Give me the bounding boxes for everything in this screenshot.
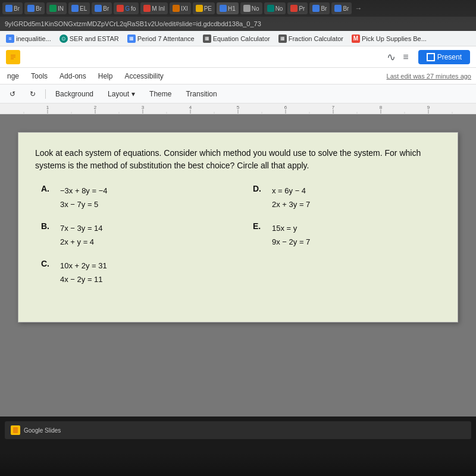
menu-addons[interactable]: Add-ons	[57, 70, 89, 82]
eq-c-line2: 4x − 2y = 11	[60, 273, 107, 286]
browser-window: Br Br IN EL Br G fo M Inl IXl	[0, 0, 476, 476]
tab-in[interactable]: IN	[46, 2, 67, 14]
bookmarks-bar: ≡ inequalitie... ⊙ SER and ESTAR ▦ Perio…	[0, 31, 476, 46]
eq-b-line1: 7x − 3y = 14	[60, 221, 103, 235]
svg-text:4: 4	[189, 105, 192, 110]
theme-button[interactable]: Theme	[145, 88, 176, 100]
tab-br-5[interactable]: Br	[331, 2, 352, 14]
slide-canvas-area: Look at each system of equations. Consid…	[0, 114, 476, 476]
browser-tabs-bar: Br Br IN EL Br G fo M Inl IXl	[0, 0, 476, 17]
slides-toolbar: ↺ ↻ Background Layout ▾ Theme Transition	[0, 84, 476, 104]
eq-b-label: B.	[41, 221, 53, 249]
url-text: 9yIGRDd5m1KinSONGxtzmMDZpVCrL2qRaSB1v2Uo…	[5, 20, 261, 27]
theme-label: Theme	[149, 90, 171, 98]
taskbar-slides-icon	[11, 425, 20, 435]
url-bar[interactable]: 9yIGRDd5m1KinSONGxtzmMDZpVCrL2qRaSB1v2Uo…	[0, 17, 476, 31]
bookmark-fraction-calc[interactable]: ▦ Background Fraction Calculator	[276, 33, 346, 44]
tab-br-1[interactable]: Br	[2, 2, 23, 14]
slide-question-text: Look at each system of equations. Consid…	[35, 147, 441, 172]
taskbar-text: Google Slides	[24, 427, 61, 434]
eq-a-line2: 3x − 7y = 5	[60, 198, 108, 211]
tab-ixl[interactable]: IXl	[170, 2, 191, 14]
eq-c-label: C.	[41, 259, 53, 287]
present-label: Present	[437, 53, 462, 61]
svg-text:5: 5	[237, 105, 240, 110]
bookmark-label: inequalitie...	[16, 35, 51, 42]
slides-app-icon	[6, 50, 20, 64]
bookmark-pickup-icon: M	[352, 35, 360, 43]
svg-text:9: 9	[427, 105, 430, 110]
bookmark-eq-label: Equation Calculator	[213, 35, 270, 42]
tab-google[interactable]: G fo	[114, 2, 139, 14]
equation-e: E. 15x = y 9x − 2y = 7	[253, 221, 441, 249]
bookmark-ser-icon: ⊙	[60, 35, 68, 43]
undo-button[interactable]: ↺	[5, 88, 20, 100]
eq-d-system: x = 6y − 4 2x + 3y = 7	[272, 184, 310, 212]
svg-rect-3	[11, 58, 14, 60]
menu-help[interactable]: Help	[96, 70, 115, 82]
bookmark-inequalities[interactable]: ≡ inequalitie...	[4, 33, 54, 44]
eq-b-line2: 2x + y = 4	[60, 235, 103, 249]
desktop-taskbar: Google Slides	[0, 416, 476, 476]
svg-rect-2	[11, 57, 15, 58]
transition-label: Transition	[186, 90, 217, 98]
equation-c: C. 10x + 2y = 31 4x − 2y = 11	[41, 259, 229, 287]
bookmark-ser-label: SER and ESTAR	[70, 35, 119, 42]
svg-text:2: 2	[94, 105, 97, 110]
bookmark-frac-icon: ▦	[278, 35, 287, 43]
tab-no-2[interactable]: No	[264, 2, 286, 14]
grid-icon[interactable]: ≡	[403, 52, 408, 62]
svg-rect-1	[11, 55, 15, 56]
eq-e-line1: 15x = y	[272, 221, 310, 235]
tab-pr[interactable]: Pr	[287, 2, 308, 14]
bookmark-equation-calc[interactable]: ▦ Equation Calculator	[201, 33, 273, 44]
transition-button[interactable]: Transition	[181, 88, 221, 100]
equation-b: B. 7x − 3y = 14 2x + y = 4	[41, 221, 229, 249]
menu-nge[interactable]: nge	[5, 70, 21, 82]
bookmark-period7[interactable]: ▦ Period 7 Attentance	[125, 33, 197, 44]
eq-d-line2: 2x + 3y = 7	[272, 198, 310, 211]
bookmark-period7-label: Period 7 Attentance	[137, 35, 195, 42]
undo-icon: ↺	[10, 90, 15, 98]
svg-text:1: 1	[46, 105, 49, 110]
eq-e-label: E.	[253, 221, 265, 249]
tab-gmail[interactable]: M Inl	[140, 2, 168, 14]
eq-e-line2: 9x − 2y = 7	[272, 235, 310, 249]
tab-br-3[interactable]: Br	[92, 2, 112, 14]
slide-content[interactable]: Look at each system of equations. Consid…	[18, 132, 458, 322]
layout-label: Layout	[108, 90, 129, 98]
bookmark-frac-text: Fraction Calculator	[289, 35, 343, 42]
bookmark-ser-estar[interactable]: ⊙ SER and ESTAR	[57, 33, 121, 44]
layout-dropdown-icon: ▾	[131, 90, 135, 98]
eq-c-line1: 10x + 2y = 31	[60, 259, 107, 273]
equation-a: A. −3x + 8y = −4 3x − 7y = 5	[41, 184, 229, 212]
bookmark-eq-icon: ▦	[203, 35, 211, 43]
slides-header: ∿ ≡ Present	[0, 46, 476, 68]
eq-a-system: −3x + 8y = −4 3x − 7y = 5	[60, 184, 108, 212]
eq-a-line1: −3x + 8y = −4	[60, 184, 108, 198]
menu-accessibility[interactable]: Accessibility	[122, 70, 165, 82]
tab-pe[interactable]: PE	[193, 2, 215, 14]
redo-button[interactable]: ↻	[25, 88, 40, 100]
present-icon	[427, 53, 435, 61]
layout-button[interactable]: Layout ▾	[103, 88, 140, 100]
tab-br-4[interactable]: Br	[309, 2, 330, 14]
tab-h1[interactable]: H1	[217, 2, 239, 14]
menu-bar: nge Tools Add-ons Help Accessibility Las…	[0, 68, 476, 84]
svg-text:7: 7	[332, 105, 335, 110]
trending-icon: ∿	[387, 51, 396, 64]
present-button[interactable]: Present	[418, 50, 470, 64]
bookmark-icon: ≡	[6, 35, 14, 43]
tab-br-2[interactable]: Br	[24, 2, 45, 14]
bookmark-pickup[interactable]: M Pick Up Supplies Be...	[349, 33, 429, 44]
eq-e-system: 15x = y 9x − 2y = 7	[272, 221, 310, 249]
background-button[interactable]: Background	[51, 88, 98, 100]
redo-icon: ↻	[30, 90, 36, 98]
last-edit-text: Last edit was 27 minutes ago	[387, 73, 471, 80]
tab-el[interactable]: EL	[68, 2, 90, 14]
tab-no-1[interactable]: No	[240, 2, 262, 14]
svg-text:8: 8	[380, 105, 383, 110]
eq-d-label: D.	[253, 184, 265, 212]
eq-b-system: 7x − 3y = 14 2x + y = 4	[60, 221, 103, 249]
menu-tools[interactable]: Tools	[29, 70, 50, 82]
